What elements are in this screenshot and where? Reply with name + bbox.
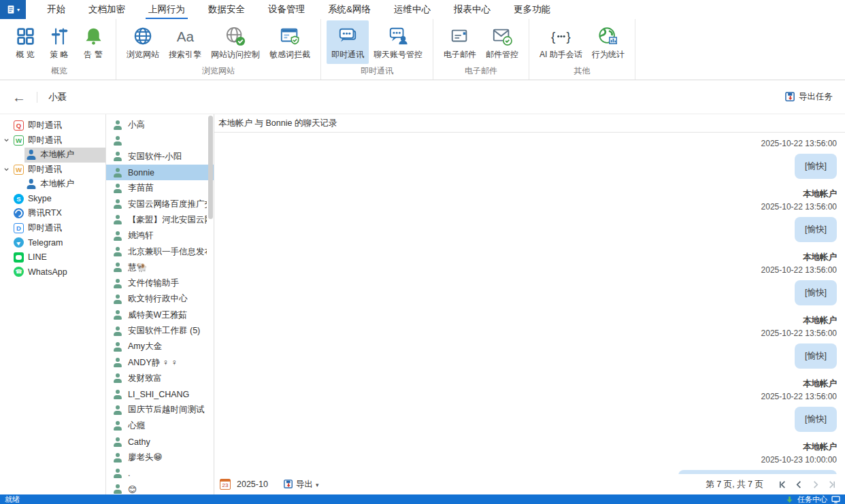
contact-row[interactable]: 威特美W王雅茹 bbox=[106, 307, 214, 323]
ribbon-group-label: 电子邮件 bbox=[439, 64, 523, 80]
app-menu-button[interactable] bbox=[0, 0, 26, 19]
app-icon bbox=[14, 252, 24, 263]
sidebar-item[interactable]: 即时通讯 bbox=[0, 118, 105, 133]
menu-tab[interactable]: 开始 bbox=[35, 0, 77, 19]
chat-account-control-button[interactable]: 聊天账号管控 bbox=[369, 20, 427, 64]
menu-tab[interactable]: 更多功能 bbox=[502, 0, 562, 19]
menu-tab[interactable]: 报表中心 bbox=[442, 0, 502, 19]
contact-row[interactable]: LI_SHI_CHANG bbox=[106, 386, 214, 402]
contact-name: 欧文特行政中心 bbox=[128, 293, 207, 305]
contact-row[interactable]: 廖老头😁 bbox=[106, 450, 214, 465]
contact-name: 廖老头😁 bbox=[128, 452, 207, 463]
sidebar-item-label: WhatsApp bbox=[28, 267, 67, 277]
contact-row[interactable]: 国庆节后越时间测试 电脑... bbox=[106, 402, 214, 418]
contact-row[interactable]: 心癮 bbox=[106, 418, 214, 434]
sidebar-item[interactable]: Telegram bbox=[0, 235, 105, 250]
site-access-control-button[interactable]: 网站访问控制 bbox=[206, 20, 265, 64]
globe-stats-icon bbox=[598, 24, 618, 48]
menu-tab[interactable]: 系统&网络 bbox=[316, 0, 382, 19]
globe-icon bbox=[133, 24, 153, 48]
overview-button[interactable]: 概 览 bbox=[8, 20, 42, 64]
contact-row[interactable] bbox=[106, 133, 214, 148]
sidebar-item[interactable]: 即时通讯 bbox=[0, 163, 105, 178]
mail-control-button[interactable]: 邮件管控 bbox=[481, 20, 523, 64]
calendar-icon[interactable]: 23 bbox=[220, 479, 231, 490]
first-page-button[interactable] bbox=[778, 480, 788, 490]
app-icon bbox=[14, 237, 24, 248]
contact-row[interactable]: 北京兼职一手信息发布群（... bbox=[106, 243, 214, 259]
sidebar-item[interactable]: Skype bbox=[0, 192, 105, 207]
contact-avatar-icon bbox=[113, 120, 122, 130]
app-icon bbox=[14, 165, 24, 175]
sidebar-item[interactable]: 即时通讯 bbox=[0, 221, 105, 236]
contact-row[interactable]: 小高 bbox=[106, 117, 214, 133]
chevron-down-icon[interactable] bbox=[3, 167, 10, 173]
sidebar-item[interactable]: 本地帐户 bbox=[0, 148, 105, 163]
chat-message: 本地帐户 2025-10-22 13:56:00 [愉快] bbox=[761, 251, 837, 305]
status-bar: 就绪 任务中心 bbox=[0, 494, 845, 504]
sidebar-item[interactable]: WhatsApp bbox=[0, 265, 105, 280]
contact-avatar-icon bbox=[113, 136, 122, 146]
sidebar-item-label: 腾讯RTX bbox=[28, 207, 62, 219]
contact-row[interactable]: 【豪盟】河北安国云网络科... bbox=[106, 212, 214, 228]
contact-row[interactable]: 安国软件工作群 (5) bbox=[106, 323, 214, 339]
menu-tab[interactable]: 运维中心 bbox=[382, 0, 442, 19]
monitor-icon[interactable] bbox=[831, 496, 840, 503]
menu-tab[interactable]: 上网行为 bbox=[137, 0, 197, 19]
chevron-down-icon[interactable] bbox=[3, 137, 10, 144]
contact-row[interactable]: 慧🐏 bbox=[106, 260, 214, 275]
back-button[interactable]: ← bbox=[12, 90, 26, 104]
export-task-button[interactable]: 导出任务 bbox=[785, 91, 833, 103]
browse-sites-button[interactable]: 浏览网站 bbox=[122, 20, 164, 64]
contact-row[interactable]: 😊 bbox=[106, 482, 214, 494]
alert-button[interactable]: 告 警 bbox=[76, 20, 110, 64]
menu-tab[interactable]: 文档加密 bbox=[77, 0, 137, 19]
sensitive-word-block-button[interactable]: 敏感词拦截 bbox=[265, 20, 315, 64]
im-button[interactable]: 即时通讯 bbox=[327, 20, 369, 64]
app-icon bbox=[14, 267, 24, 277]
contact-row[interactable]: 欧文特行政中心 bbox=[106, 291, 214, 307]
sidebar-item-label: 即时通讯 bbox=[28, 222, 62, 234]
contact-row[interactable]: Amy大金 bbox=[106, 339, 214, 354]
chevron-down-icon bbox=[316, 480, 319, 489]
contact-row[interactable]: 安国软件-小阳 bbox=[106, 149, 214, 165]
contact-row[interactable]: ANDY静 ♀ ♀ bbox=[106, 354, 214, 370]
mail-icon bbox=[450, 24, 470, 48]
menu-tab[interactable]: 设备管理 bbox=[256, 0, 316, 19]
prev-page-button[interactable] bbox=[794, 480, 804, 490]
ribbon: 概 览 策 略 告 警 概览 浏览网站 Aa bbox=[0, 19, 845, 80]
behavior-stats-button[interactable]: 行为统计 bbox=[587, 20, 629, 64]
sidebar-item[interactable]: 本地帐户 bbox=[0, 177, 105, 192]
sidebar-item[interactable]: 腾讯RTX bbox=[0, 206, 105, 221]
sidebar-item[interactable]: LINE bbox=[0, 250, 105, 265]
contact-avatar-icon bbox=[113, 247, 122, 256]
contact-row[interactable]: 发财致富 bbox=[106, 371, 214, 386]
ribbon-group-label: 浏览网站 bbox=[122, 64, 315, 80]
chat-icon bbox=[337, 24, 358, 48]
last-page-button[interactable] bbox=[827, 480, 837, 490]
message-bubble: [愉快] bbox=[795, 154, 837, 179]
contact-row[interactable]: Bonnie bbox=[106, 165, 214, 180]
contact-row[interactable]: 姚鸿轩 bbox=[106, 228, 214, 243]
contacts-scrollbar[interactable] bbox=[208, 116, 213, 219]
contact-name: 北京兼职一手信息发布群（... bbox=[128, 246, 207, 258]
message-bubble: [愉快] bbox=[795, 217, 837, 242]
contact-avatar-icon bbox=[113, 484, 122, 494]
next-page-button[interactable] bbox=[810, 480, 821, 490]
menu-tab[interactable]: 数据安全 bbox=[197, 0, 256, 19]
document-icon bbox=[6, 5, 16, 14]
contact-row[interactable]: 安国云网络百度推广交流群... bbox=[106, 196, 214, 212]
export-button[interactable]: 导出 bbox=[284, 479, 319, 490]
search-engine-button[interactable]: Aa 搜索引擎 bbox=[164, 20, 206, 64]
contact-row[interactable]: Cathy bbox=[106, 434, 214, 450]
sidebar-item[interactable]: 即时通讯 bbox=[0, 133, 105, 148]
contact-row[interactable]: 文件传输助手 bbox=[106, 275, 214, 291]
ai-assistant-session-button[interactable]: {} AI 助手会话 bbox=[535, 20, 587, 64]
contact-row[interactable]: 李苗苗 bbox=[106, 180, 214, 196]
task-center-button[interactable]: 任务中心 bbox=[797, 494, 827, 504]
contact-row[interactable]: . bbox=[106, 466, 214, 482]
app-window: 开始 文档加密 上网行为 数据安全 设备管理 系统&网络 运维中心 报表中心 更… bbox=[0, 0, 845, 504]
month-picker[interactable]: 2025-10 bbox=[237, 480, 268, 489]
policy-button[interactable]: 策 略 bbox=[42, 20, 76, 64]
email-button[interactable]: 电子邮件 bbox=[439, 20, 481, 64]
